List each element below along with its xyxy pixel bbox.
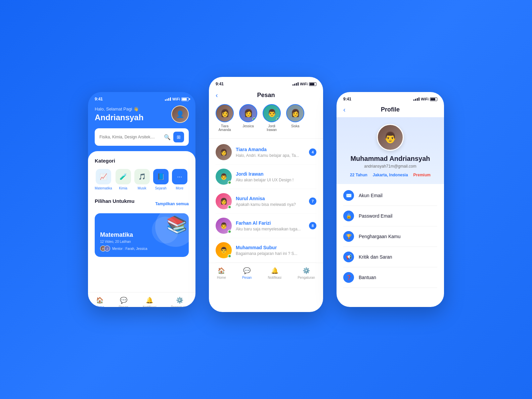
more-label: More: [176, 186, 183, 190]
wifi-icon: WiFi: [172, 97, 180, 101]
profile-avatar: 👨: [377, 124, 404, 151]
story-siska[interactable]: 👩 Siska: [286, 104, 304, 132]
pesan-icon-2: 💬: [243, 267, 251, 274]
profile-email: andriansyah71m@gmail.com: [364, 164, 416, 169]
msg-badge-nurul: 7: [309, 197, 316, 205]
story-jessica[interactable]: 👩 Jessica: [239, 104, 257, 132]
course-title: Matematika: [100, 231, 183, 238]
notif-label-1: Notifikasi: [143, 305, 157, 307]
menu-kritik[interactable]: 📢 Kritik dan Saran: [343, 247, 437, 267]
nav-home-1[interactable]: 🏠 Home: [95, 297, 104, 307]
search-input[interactable]: [99, 135, 161, 139]
nav-pesan-2[interactable]: 💬 Pesan: [242, 267, 252, 279]
category-sejarah[interactable]: 📘 Sejarah: [153, 169, 169, 190]
status-bar-1: 9:41 WiFi: [88, 92, 195, 104]
mentor-avatars: F J: [100, 246, 110, 252]
message-farhan[interactable]: 👨 Farhan Al Farizi Aku baru saja menyele…: [216, 214, 316, 238]
story-name-siska: Siska: [291, 124, 299, 128]
message-tiara[interactable]: 👩 Tiara Amanda Halo, Andri. Kamu belajar…: [216, 140, 316, 165]
mentor-avatar-2: J: [104, 246, 110, 252]
msg-avatar-farhan: 👨: [216, 218, 232, 234]
menu-bantuan[interactable]: ❓ Bantuan: [343, 267, 437, 288]
profile-hero: 👨 Muhammad Andriansyah andriansyah71m@gm…: [337, 117, 444, 184]
more-icon: ···: [172, 169, 187, 184]
user-avatar[interactable]: 👤: [171, 105, 189, 123]
search-button[interactable]: 🔍: [164, 134, 171, 140]
profile-tier: Premium: [413, 173, 431, 177]
nav-home-2[interactable]: 🏠 Home: [217, 267, 226, 279]
profile-tags: 22 Tahun Jakarta, Indonesia Premium: [350, 173, 431, 177]
category-kimia[interactable]: 🧪 Kimia: [116, 169, 131, 190]
settings-label-2: Pengaturan: [298, 276, 315, 279]
page-header-2: ‹ Pesan: [209, 89, 323, 104]
battery-icon: [181, 97, 189, 101]
page-title-2: Pesan: [257, 92, 275, 99]
settings-icon-1: ⚙️: [176, 297, 183, 304]
bantuan-label: Bantuan: [359, 275, 376, 280]
status-icons-1: WiFi: [165, 97, 189, 101]
akun-email-label: Akun Email: [359, 193, 383, 198]
email-icon: ✉️: [343, 190, 354, 201]
msg-preview-jordi: Aku akan belajar UI UX Design !: [236, 178, 316, 182]
msg-avatar-nurul: 👩: [216, 193, 232, 209]
course-mentor: F J Mentor : Farah, Jessica: [100, 246, 183, 252]
kategori-title: Kategori: [95, 158, 189, 164]
profile-location: Jakarta, Indonesia: [373, 173, 408, 177]
course-card[interactable]: 📚 Matematika 12 Video, 20 Latihan F J Me…: [95, 213, 189, 257]
status-bar-3: 9:41 WiFi: [337, 92, 444, 104]
header-text: Halo, Selamat Pagi 👋 Andriansyah: [95, 106, 143, 122]
math-label: Matematika: [95, 186, 112, 190]
show-all-button[interactable]: Tampilkan semua: [155, 202, 189, 206]
message-muhammad[interactable]: 👨 Muhammad Subur Bagaimana pelajaran har…: [216, 238, 316, 263]
status-time-1: 9:41: [95, 97, 103, 101]
chem-label: Kimia: [119, 186, 127, 190]
hist-icon: 📘: [153, 169, 169, 184]
back-button-3[interactable]: ‹: [343, 106, 346, 114]
trophy-icon: 🏆: [343, 231, 354, 242]
menu-password[interactable]: 🔒 Password Email: [343, 206, 437, 226]
message-jordi[interactable]: 👨 Jordi Irawan Aku akan belajar UI UX De…: [216, 165, 316, 189]
chem-icon: 🧪: [116, 169, 131, 184]
bottom-nav-1: 🏠 Home 💬 Pesan 🔔 Notifikasi ⚙️ Pengatura…: [88, 292, 195, 307]
filter-button[interactable]: ⊞: [173, 132, 184, 142]
pesan-label-2: Pesan: [242, 276, 252, 279]
nav-notif-2[interactable]: 🔔 Notifikasi: [268, 267, 281, 279]
music-icon: 🎵: [134, 169, 150, 184]
greeting: Halo, Selamat Pagi 👋: [95, 106, 143, 112]
story-row: 👩 TiaraAmanda 👩 Jessica 👨 JordiIrawan 👩: [209, 104, 323, 138]
mentor-text: Mentor : Farah, Jessica: [112, 247, 147, 251]
category-musik[interactable]: 🎵 Musik: [134, 169, 150, 190]
message-nurul[interactable]: 👩 Nurul Annisa Apakah kamu bisa melewati…: [216, 189, 316, 214]
home-icon-1: 🏠: [96, 297, 103, 304]
msg-avatar-tiara: 👩: [216, 144, 232, 160]
profile-name: Muhammad Andriansyah: [350, 155, 430, 163]
menu-penghargaan[interactable]: 🏆 Penghargaan Kamu: [343, 226, 437, 247]
status-bar-2: 9:41 WiFi: [209, 77, 323, 89]
category-matematika[interactable]: 📈 Matematika: [95, 169, 112, 190]
msg-name-farhan: Farhan Al Farizi: [236, 220, 305, 226]
nav-notif-1[interactable]: 🔔 Notifikasi: [143, 297, 157, 307]
category-more[interactable]: ··· More: [172, 169, 187, 190]
story-avatar-jessica: 👩: [239, 104, 257, 122]
phone-messages: 9:41 WiFi ‹ Pesan 👩 TiaraAman: [209, 77, 323, 312]
battery-icon-2: [309, 82, 316, 86]
divider: [209, 138, 323, 139]
story-avatar-siska: 👩: [286, 104, 304, 122]
nav-settings-1[interactable]: ⚙️ Pengaturan: [171, 297, 188, 307]
menu-akun-email[interactable]: ✉️ Akun Email: [343, 185, 437, 206]
search-bar[interactable]: 🔍 ⊞: [95, 128, 189, 146]
pesan-icon-1: 💬: [120, 297, 127, 304]
nav-settings-2[interactable]: ⚙️ Pengaturan: [298, 267, 315, 279]
story-jordi[interactable]: 👨 JordiIrawan: [263, 104, 281, 132]
profile-age: 22 Tahun: [350, 173, 367, 177]
msg-preview-farhan: Aku baru saja menyelesaikan tuga...: [236, 227, 305, 231]
kritik-label: Kritik dan Saran: [359, 254, 392, 260]
nav-pesan-1[interactable]: 💬 Pesan: [119, 297, 128, 307]
bottom-nav-2: 🏠 Home 💬 Pesan 🔔 Notifikasi ⚙️ Pengatura…: [209, 263, 323, 282]
msg-content-muhammad: Muhammad Subur Bagaimana pelajaran hari …: [236, 245, 316, 256]
math-icon: 📈: [96, 169, 111, 184]
story-tiara[interactable]: 👩 TiaraAmanda: [216, 104, 234, 132]
back-button-2[interactable]: ‹: [216, 91, 218, 99]
wifi-icon-3: WiFi: [421, 97, 429, 101]
help-icon: ❓: [343, 272, 354, 283]
